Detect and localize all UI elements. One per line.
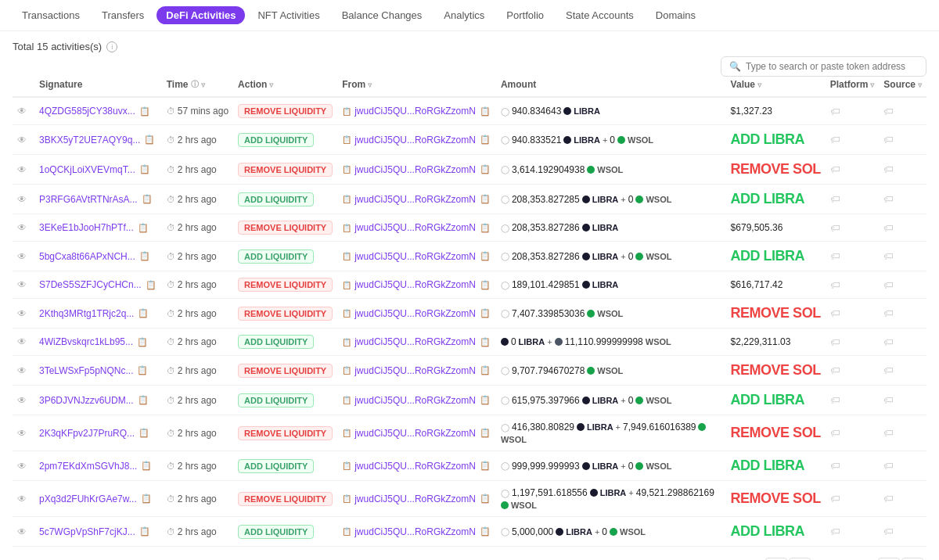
platform-tag-icon[interactable]: 🏷 [830,134,840,145]
signature-link[interactable]: 4QZDG585jCY38uvx... [39,106,135,117]
source-tag-icon[interactable]: 🏷 [883,493,894,504]
eye-icon[interactable]: 👁 [17,336,27,347]
copy-from-button[interactable]: 📋 [479,395,491,405]
nav-item-state-accounts[interactable]: State Accounts [556,6,643,24]
source-tag-icon[interactable]: 🏷 [883,193,894,205]
copy-sig-button[interactable]: 📋 [138,428,150,438]
eye-icon[interactable]: 👁 [17,526,27,537]
time-info-icon[interactable]: ⓘ [191,79,199,90]
signature-link[interactable]: 1oQCKjLoiXVEVmqT... [39,164,135,175]
copy-from-button[interactable]: 📋 [479,280,491,290]
copy-from-button[interactable]: 📋 [479,194,491,204]
eye-icon[interactable]: 👁 [17,222,27,233]
source-tag-icon[interactable]: 🏷 [883,427,894,439]
platform-tag-icon[interactable]: 🏷 [830,106,840,117]
copy-from-button[interactable]: 📋 [479,251,491,261]
signature-link[interactable]: 5c7WGpVpShF7cjKJ... [39,526,135,537]
copy-sig-button[interactable]: 📋 [137,308,149,318]
copy-sig-button[interactable]: 📋 [136,365,149,375]
source-filter-icon[interactable]: ▿ [918,81,922,89]
platform-filter-icon[interactable]: ▿ [870,81,874,89]
platform-tag-icon[interactable]: 🏷 [830,336,840,348]
copy-sig-button[interactable]: 📋 [139,526,151,537]
copy-sig-button[interactable]: 📋 [137,223,149,233]
platform-tag-icon[interactable]: 🏷 [830,307,840,319]
eye-icon[interactable]: 👁 [17,164,27,175]
source-tag-icon[interactable]: 🏷 [883,250,894,262]
platform-tag-icon[interactable]: 🏷 [830,493,840,504]
signature-link[interactable]: 2K3qKFpv2J7PruRQ... [39,428,135,439]
source-tag-icon[interactable]: 🏷 [883,526,894,537]
copy-sig-button[interactable]: 📋 [139,164,151,174]
eye-icon[interactable]: 👁 [17,494,27,504]
copy-from-button[interactable]: 📋 [479,461,491,471]
platform-tag-icon[interactable]: 🏷 [830,279,840,291]
info-icon[interactable]: i [106,41,117,52]
copy-sig-button[interactable]: 📋 [141,194,153,204]
signature-link[interactable]: 2pm7EKdXmSGVhJ8... [39,461,137,472]
eye-icon[interactable]: 👁 [17,106,27,117]
nav-item-nft-activities[interactable]: NFT Activities [248,6,329,24]
copy-from-button[interactable]: 📋 [479,223,491,233]
platform-tag-icon[interactable]: 🏷 [830,364,840,376]
value-filter-icon[interactable]: ▿ [757,81,761,89]
eye-icon[interactable]: 👁 [17,194,27,205]
signature-link[interactable]: 4WiZBvskqrc1kLb95... [39,336,133,347]
eye-icon[interactable]: 👁 [17,135,27,145]
eye-icon[interactable]: 👁 [17,461,27,472]
copy-sig-button[interactable]: 📋 [140,494,153,504]
copy-from-button[interactable]: 📋 [479,365,491,375]
signature-link[interactable]: S7DeS5SZFJCyCHCn... [39,279,142,290]
eye-icon[interactable]: 👁 [17,395,27,406]
source-tag-icon[interactable]: 🏷 [883,279,894,291]
nav-item-portfolio[interactable]: Portfolio [497,6,553,24]
copy-sig-button[interactable]: 📋 [139,106,151,117]
source-tag-icon[interactable]: 🏷 [883,364,894,376]
copy-sig-button[interactable]: 📋 [139,251,151,261]
copy-from-button[interactable]: 📋 [479,308,491,318]
copy-from-button[interactable]: 📋 [479,106,491,117]
copy-from-button[interactable]: 📋 [479,494,491,504]
action-filter-icon[interactable]: ▿ [269,81,273,89]
copy-sig-button[interactable]: 📋 [140,461,153,471]
nav-item-transactions[interactable]: Transactions [13,6,89,24]
platform-tag-icon[interactable]: 🏷 [830,394,840,406]
platform-tag-icon[interactable]: 🏷 [830,427,840,439]
signature-link[interactable]: 3TeLWSxFp5pNQNc... [39,365,133,376]
signature-link[interactable]: 2Kthq3MRtg1TRjc2q... [39,308,134,319]
copy-sig-button[interactable]: 📋 [143,135,156,145]
source-tag-icon[interactable]: 🏷 [883,394,894,406]
source-tag-icon[interactable]: 🏷 [883,163,894,175]
nav-item-defi-activities[interactable]: DeFi Activities [156,6,245,24]
platform-tag-icon[interactable]: 🏷 [830,193,840,205]
copy-from-button[interactable]: 📋 [479,526,491,537]
eye-icon[interactable]: 👁 [17,279,27,290]
from-filter-icon[interactable]: ▿ [368,81,372,89]
nav-item-transfers[interactable]: Transfers [92,6,153,24]
copy-from-button[interactable]: 📋 [479,337,491,347]
eye-icon[interactable]: 👁 [17,251,27,262]
source-tag-icon[interactable]: 🏷 [883,336,894,348]
signature-link[interactable]: P3RFG6AVtRTNrAsA... [39,194,138,205]
eye-icon[interactable]: 👁 [17,365,27,376]
copy-sig-button[interactable]: 📋 [145,280,157,290]
signature-link[interactable]: pXq3d2FUhKrGAe7w... [39,494,137,504]
copy-sig-button[interactable]: 📋 [136,337,149,347]
eye-icon[interactable]: 👁 [17,428,27,439]
nav-item-domains[interactable]: Domains [646,6,705,24]
copy-from-button[interactable]: 📋 [479,135,491,145]
signature-link[interactable]: 5bgCxa8t66APxNCH... [39,251,135,262]
source-tag-icon[interactable]: 🏷 [883,106,894,117]
source-tag-icon[interactable]: 🏷 [883,134,894,145]
signature-link[interactable]: 3BKX5yT2UE7AQY9q... [39,135,140,145]
platform-tag-icon[interactable]: 🏷 [830,163,840,175]
platform-tag-icon[interactable]: 🏷 [830,222,840,234]
platform-tag-icon[interactable]: 🏷 [830,460,840,472]
copy-from-button[interactable]: 📋 [479,428,491,438]
source-tag-icon[interactable]: 🏷 [883,460,894,472]
platform-tag-icon[interactable]: 🏷 [830,526,840,537]
nav-item-balance-changes[interactable]: Balance Changes [333,6,432,24]
nav-item-analytics[interactable]: Analytics [434,6,494,24]
copy-from-button[interactable]: 📋 [479,164,491,174]
signature-link[interactable]: 3EKeE1bJooH7hPTf... [39,222,134,233]
